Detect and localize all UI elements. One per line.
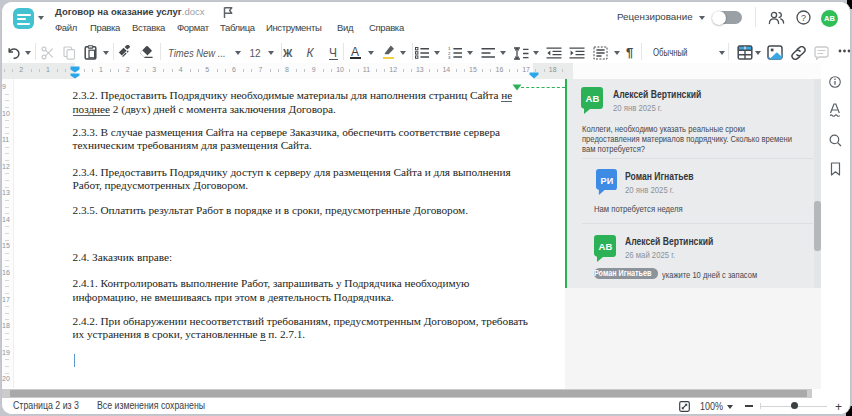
svg-text:АВ: АВ: [598, 241, 612, 252]
svg-text:3: 3: [448, 55, 451, 59]
svg-text:?: ?: [801, 13, 806, 23]
svg-text:РИ: РИ: [601, 175, 614, 185]
svg-text:АВ: АВ: [586, 94, 600, 105]
